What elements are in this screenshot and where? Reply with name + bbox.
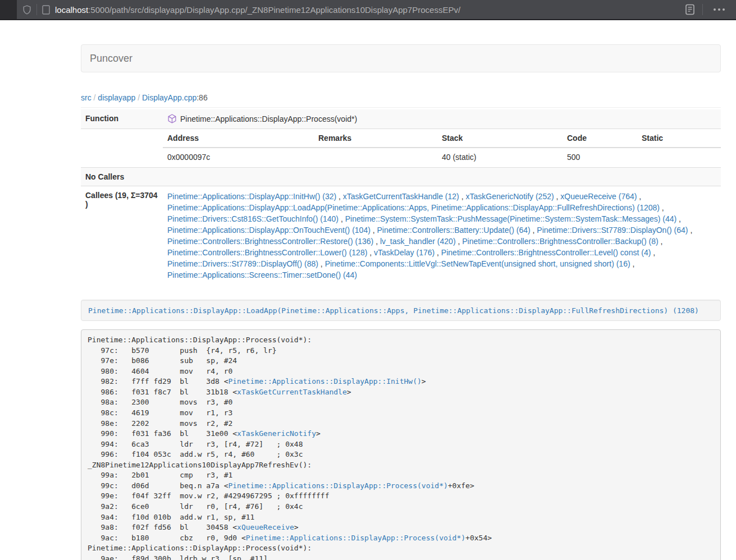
static-value: [637, 148, 721, 167]
callee-link[interactable]: Pinetime::System::SystemTask::PushMessag…: [345, 214, 677, 223]
callee-link[interactable]: xTaskGetCurrentTaskHandle (12): [343, 192, 459, 201]
callee-separator: ,: [688, 226, 693, 235]
disassembly-block: Pinetime::Applications::DisplayApp::Proc…: [81, 329, 721, 560]
callee-separator: ,: [339, 214, 345, 223]
no-callers-label: No Callers: [81, 168, 163, 186]
url-bar[interactable]: localhost:5000/path/src/displayapp/Displ…: [17, 0, 736, 20]
callees-list: Pinetime::Applications::DisplayApp::Init…: [163, 186, 721, 286]
url-path: :5000/path/src/displayapp/DisplayApp.cpp…: [88, 5, 460, 15]
callee-separator: ,: [637, 192, 641, 201]
callee-link[interactable]: lv_task_handler (420): [380, 237, 456, 246]
selected-callee-box: Pinetime::Applications::DisplayApp::Load…: [81, 300, 721, 321]
callee-link[interactable]: Pinetime::Applications::DisplayApp::OnTo…: [167, 226, 371, 235]
more-menu-icon[interactable]: [708, 8, 730, 11]
no-callers-row: No Callers: [81, 168, 721, 186]
function-row: Function Pinetime::Applications::Display…: [81, 109, 721, 129]
urlbar-separator: [702, 4, 703, 15]
callee-link[interactable]: Pinetime::Applications::Screens::Timer::…: [167, 270, 357, 279]
function-table: Function Pinetime::Applications::Display…: [81, 109, 721, 285]
callee-link[interactable]: Pinetime::Controllers::BrightnessControl…: [462, 237, 658, 246]
col-address: Address: [163, 129, 314, 148]
code-symbol-link[interactable]: xTaskGenericNotify: [237, 429, 316, 438]
callee-separator: ,: [659, 237, 663, 246]
callee-link[interactable]: Pinetime::Controllers::BrightnessControl…: [167, 237, 373, 246]
callee-separator: ,: [651, 248, 655, 257]
callee-link[interactable]: Pinetime::Drivers::St7789::DisplayOff() …: [167, 259, 318, 268]
callee-link[interactable]: vTaskDelay (176): [374, 248, 435, 257]
chrome-left-strip: [0, 0, 17, 20]
callee-link[interactable]: Pinetime::Components::LittleVgl::SetNewT…: [325, 259, 630, 268]
reader-mode-icon[interactable]: [683, 4, 697, 15]
metrics-row: Address Remarks Stack Code Static 0x0000…: [81, 129, 721, 168]
callees-label: Callees (19, Σ=3704 ): [81, 186, 163, 286]
col-static: Static: [637, 129, 721, 148]
breadcrumb-link[interactable]: displayapp: [98, 93, 135, 102]
app-header: Puncover: [81, 44, 721, 72]
code-symbol-link[interactable]: Pinetime::Applications::DisplayApp::Proc…: [246, 534, 465, 542]
callee-link[interactable]: Pinetime::Controllers::BrightnessControl…: [441, 248, 651, 257]
callee-separator: ,: [336, 192, 343, 201]
callee-separator: ,: [371, 226, 377, 235]
callee-separator: ,: [367, 248, 374, 257]
stack-value: 40 (static): [437, 148, 563, 167]
breadcrumb-link[interactable]: DisplayApp.cpp: [142, 93, 196, 102]
urlbar-separator: [36, 4, 37, 15]
divider: [81, 107, 721, 108]
code-symbol-link[interactable]: xQueueReceive: [237, 523, 294, 531]
callee-separator: ,: [531, 226, 537, 235]
breadcrumb-line-number: :86: [196, 93, 207, 102]
breadcrumb-link[interactable]: src: [81, 93, 92, 102]
callees-row: Callees (19, Σ=3704 ) Pinetime::Applicat…: [81, 186, 721, 286]
callee-link[interactable]: Pinetime::Controllers::BrightnessControl…: [167, 248, 367, 257]
callee-link[interactable]: Pinetime::Applications::DisplayApp::Load…: [167, 203, 660, 212]
callee-separator: ,: [660, 203, 664, 212]
callee-separator: ,: [459, 192, 466, 201]
callee-separator: ,: [676, 214, 681, 223]
breadcrumb-separator: /: [92, 93, 98, 102]
callee-separator: ,: [373, 237, 380, 246]
col-remarks: Remarks: [314, 129, 437, 148]
breadcrumb-separator: /: [135, 93, 142, 102]
callee-link[interactable]: xTaskGenericNotify (252): [465, 192, 554, 201]
callee-separator: ,: [435, 248, 441, 257]
main-content: Puncover src / displayapp / DisplayApp.c…: [81, 44, 721, 560]
metrics-data-row: 0x0000097c 40 (static) 500: [163, 148, 721, 167]
col-stack: Stack: [437, 129, 563, 148]
breadcrumb: src / displayapp / DisplayApp.cpp:86: [81, 93, 721, 102]
shield-icon[interactable]: [22, 5, 31, 15]
function-name: Pinetime::Applications::DisplayApp::Proc…: [180, 114, 357, 123]
callee-link[interactable]: Pinetime::Drivers::St7789::DisplayOn() (…: [537, 226, 688, 235]
code-symbol-link[interactable]: Pinetime::Applications::DisplayApp::Proc…: [228, 481, 447, 490]
app-brand[interactable]: Puncover: [90, 53, 132, 65]
url-text[interactable]: localhost:5000/path/src/displayapp/Displ…: [55, 5, 683, 15]
callee-separator: ,: [318, 259, 325, 268]
col-code: Code: [563, 129, 637, 148]
function-label: Function: [81, 109, 163, 129]
loadapp-callee-link[interactable]: Pinetime::Applications::DisplayApp::Load…: [88, 306, 699, 315]
url-host: localhost: [55, 5, 88, 15]
code-symbol-link[interactable]: xTaskGetCurrentTaskHandle: [237, 388, 347, 396]
callee-link[interactable]: xQueueReceive (764): [560, 192, 637, 201]
callee-separator: ,: [456, 237, 463, 246]
remarks-value: [314, 148, 437, 167]
cube-icon: [167, 114, 177, 123]
metrics-table: Address Remarks Stack Code Static 0x0000…: [163, 129, 721, 167]
code-size-value: 500: [563, 148, 637, 167]
address-value: 0x0000097c: [163, 148, 314, 167]
metrics-header-row: Address Remarks Stack Code Static: [163, 129, 721, 148]
function-name-cell: Pinetime::Applications::DisplayApp::Proc…: [163, 109, 721, 129]
code-symbol-link[interactable]: Pinetime::Applications::DisplayApp::Init…: [228, 377, 421, 385]
callee-separator: ,: [630, 259, 635, 268]
callee-link[interactable]: Pinetime::Controllers::Battery::Update()…: [377, 226, 531, 235]
page-icon[interactable]: [42, 5, 50, 15]
callee-link[interactable]: Pinetime::Applications::DisplayApp::Init…: [167, 192, 336, 201]
callee-link[interactable]: Pinetime::Drivers::Cst816S::GetTouchInfo…: [167, 214, 339, 223]
callee-separator: ,: [554, 192, 561, 201]
browser-chrome: localhost:5000/path/src/displayapp/Displ…: [0, 0, 736, 20]
